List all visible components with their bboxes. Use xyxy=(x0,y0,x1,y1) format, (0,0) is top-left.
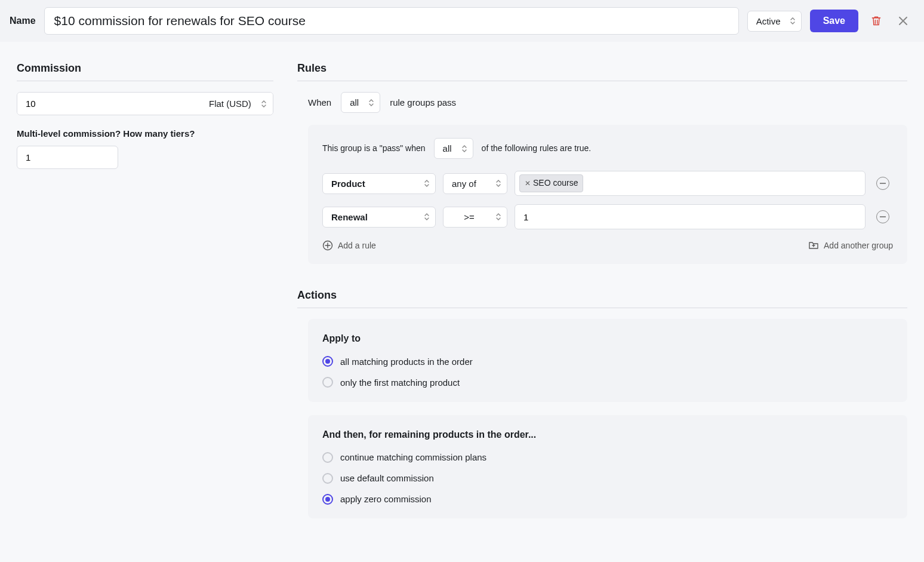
then-option-continue[interactable]: continue matching commission plans xyxy=(322,451,893,463)
when-prefix: When xyxy=(308,96,331,109)
name-label: Name xyxy=(10,14,36,27)
group-mode-select[interactable]: all xyxy=(434,138,473,159)
rule-value-tags[interactable]: ✕ SEO course xyxy=(515,171,866,196)
add-rule-label: Add a rule xyxy=(338,241,376,250)
rule-value-input[interactable] xyxy=(515,204,866,229)
commission-title: Commission xyxy=(17,61,273,81)
radio-icon xyxy=(322,452,333,463)
commission-type-select[interactable]: Flat (USD) xyxy=(201,93,273,115)
apply-to-box: Apply to all matching products in the or… xyxy=(308,319,907,401)
trash-icon xyxy=(870,15,882,27)
group-prefix: This group is a "pass" when xyxy=(322,143,426,155)
minus-circle-icon xyxy=(876,177,889,190)
then-box: And then, for remaining products in the … xyxy=(308,415,907,518)
commission-amount-input[interactable] xyxy=(17,93,201,115)
when-suffix: rule groups pass xyxy=(390,96,456,109)
tag-remove-icon[interactable]: ✕ xyxy=(525,179,531,189)
radio-label: use default commission xyxy=(340,472,434,484)
radio-label: all matching products in the order xyxy=(340,355,473,368)
radio-icon xyxy=(322,356,333,367)
tag[interactable]: ✕ SEO course xyxy=(519,174,583,192)
add-folder-icon xyxy=(808,240,819,251)
then-option-zero[interactable]: apply zero commission xyxy=(322,493,893,505)
add-group-button[interactable]: Add another group xyxy=(808,240,893,251)
name-input[interactable] xyxy=(44,7,739,35)
delete-button[interactable] xyxy=(867,11,886,30)
status-select[interactable]: Active xyxy=(747,11,802,32)
actions-title: Actions xyxy=(297,288,907,308)
minus-circle-icon xyxy=(876,210,889,223)
radio-label: continue matching commission plans xyxy=(340,451,486,463)
rule-field-select[interactable]: Product xyxy=(322,173,436,194)
rule-operator-select[interactable]: any of xyxy=(443,173,507,194)
radio-label: only the first matching product xyxy=(340,376,460,389)
then-heading: And then, for remaining products in the … xyxy=(322,428,893,441)
tiers-input[interactable] xyxy=(17,146,118,169)
then-option-default[interactable]: use default commission xyxy=(322,472,893,484)
radio-icon xyxy=(322,473,333,484)
apply-option-first[interactable]: only the first matching product xyxy=(322,376,893,389)
radio-icon xyxy=(322,377,333,388)
add-rule-button[interactable]: Add a rule xyxy=(322,240,376,251)
rule-row: Renewal >= xyxy=(322,204,893,229)
apply-to-heading: Apply to xyxy=(322,332,893,345)
save-button[interactable]: Save xyxy=(810,10,858,32)
tiers-label: Multi-level commission? How many tiers? xyxy=(17,127,273,140)
radio-label: apply zero commission xyxy=(340,493,432,505)
radio-icon xyxy=(322,494,333,505)
rule-row: Product any of ✕ SEO course xyxy=(322,171,893,196)
rules-title: Rules xyxy=(297,61,907,81)
remove-rule-button[interactable] xyxy=(873,173,893,194)
tag-label: SEO course xyxy=(533,177,578,189)
add-group-label: Add another group xyxy=(824,241,893,250)
apply-option-all[interactable]: all matching products in the order xyxy=(322,355,893,368)
plus-circle-icon xyxy=(322,240,333,251)
remove-rule-button[interactable] xyxy=(873,207,893,227)
rule-field-select[interactable]: Renewal xyxy=(322,207,436,228)
rule-operator-select[interactable]: >= xyxy=(443,207,507,228)
group-suffix: of the following rules are true. xyxy=(482,143,592,155)
close-button[interactable] xyxy=(894,12,912,30)
close-icon xyxy=(898,16,908,26)
when-mode-select[interactable]: all xyxy=(341,92,380,113)
rule-group: This group is a "pass" when all of the f… xyxy=(308,125,907,264)
